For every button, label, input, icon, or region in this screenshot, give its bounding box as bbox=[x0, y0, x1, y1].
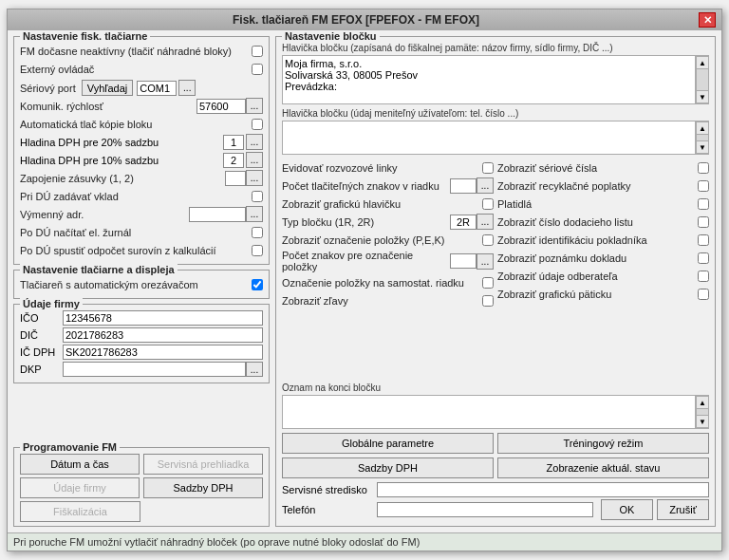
hlavicka-user-textarea[interactable] bbox=[282, 121, 696, 155]
typ-blocku-dots[interactable]: ... bbox=[477, 214, 494, 230]
seriovy-port-row: Sériový port Vyhľadaj ... bbox=[20, 80, 263, 96]
dkp-input[interactable] bbox=[63, 362, 246, 377]
graficka-paticka-label: Zobraziť grafickú päticku bbox=[497, 289, 698, 300]
scroll-up2-icon[interactable]: ▲ bbox=[696, 121, 709, 135]
poznamka-checkbox[interactable] bbox=[698, 252, 709, 264]
tlaciarane-checkbox[interactable] bbox=[252, 279, 263, 290]
ic-dph-input[interactable] bbox=[63, 345, 263, 360]
hladina-10-input[interactable] bbox=[223, 153, 244, 168]
zobrazit-oznacenie-checkbox[interactable] bbox=[482, 234, 494, 246]
udaje-odberatela-row: Zobraziť údaje odberateľa bbox=[497, 268, 709, 284]
komunik-dots-button[interactable]: ... bbox=[246, 98, 263, 114]
pocet-znakov-input[interactable] bbox=[450, 178, 477, 194]
platidla-checkbox[interactable] bbox=[698, 198, 709, 210]
com-dots-button[interactable]: ... bbox=[178, 80, 196, 96]
titlebar: Fisk. tlačiareň FM EFOX [FPEFOX - FM EFO… bbox=[8, 9, 721, 30]
com-input[interactable] bbox=[137, 81, 177, 96]
hladina-10-dots[interactable]: ... bbox=[246, 152, 263, 168]
dic-input[interactable] bbox=[63, 327, 263, 343]
datum-button[interactable]: Dátum a čas bbox=[20, 454, 140, 475]
dic-row: DIČ bbox=[20, 327, 263, 343]
po-du-spustit-checkbox[interactable] bbox=[252, 245, 263, 256]
evidovat-label: Evidovať rozvozové linky bbox=[282, 162, 482, 174]
fm-dacasne-checkbox[interactable] bbox=[252, 46, 263, 57]
evidovat-row: Evidovať rozvozové linky bbox=[282, 159, 494, 176]
oznam-scrollbar[interactable]: ▲ ▼ bbox=[696, 395, 709, 429]
options-left-col: Evidovať rozvozové linky Počet tlačiteľn… bbox=[282, 159, 494, 380]
pocet-znakov-polo-dots[interactable]: ... bbox=[477, 253, 494, 270]
vyhladaj-button[interactable]: Vyhľadaj bbox=[82, 80, 134, 96]
oznam-textarea[interactable] bbox=[282, 395, 696, 429]
oznacenie-riadku-checkbox[interactable] bbox=[482, 277, 494, 289]
auto-tlac-label: Automatická tlač kópie bloku bbox=[20, 119, 152, 130]
hladina-10-row: Hladina DPH pre 10% sadzbu ... bbox=[20, 152, 263, 168]
identifikacia-checkbox[interactable] bbox=[698, 234, 709, 246]
graficka-paticka-checkbox[interactable] bbox=[698, 289, 709, 300]
telefon-label: Telefón bbox=[282, 504, 377, 515]
hladina-20-label: Hladina DPH pre 20% sadzbu bbox=[20, 137, 223, 148]
pocet-znakov-dots[interactable]: ... bbox=[477, 177, 494, 194]
tlaciarane-displeja-group: Nastavenie tlačiarne a displeja Tlačiare… bbox=[13, 270, 270, 299]
evidovat-checkbox[interactable] bbox=[482, 162, 494, 174]
cislo-dodacieho-checkbox[interactable] bbox=[698, 216, 709, 228]
komunik-label: Komunik. rýchlosť bbox=[20, 101, 103, 112]
telefon-row: Telefón OK Zrušiť bbox=[282, 499, 709, 520]
hlavicka-fm-label: Hlavička bločku (zapísaná do fiškalnej p… bbox=[282, 43, 709, 53]
treningovy-button[interactable]: Tréningový režim bbox=[497, 433, 709, 454]
pri-du-checkbox[interactable] bbox=[252, 191, 263, 202]
hlavicka-fm-scrollbar[interactable]: ▲ ▼ bbox=[696, 55, 709, 104]
hlavicka-fm-textarea[interactable]: Moja firma, s.r.o. Solivarská 33, 08005 … bbox=[282, 55, 696, 104]
servisne-stredisko-input[interactable] bbox=[377, 482, 709, 497]
komunik-row: Komunik. rýchlosť ... bbox=[20, 98, 263, 114]
dkp-dots[interactable]: ... bbox=[246, 362, 263, 377]
zobrazenie-button[interactable]: Zobrazenie aktuál. stavu bbox=[497, 457, 709, 478]
ico-input[interactable] bbox=[63, 310, 263, 326]
zapojenie-row: Zapojenie zásuvky (1, 2) ... bbox=[20, 170, 263, 186]
komunik-input[interactable] bbox=[196, 99, 246, 114]
programovanie-title: Programovanie FM bbox=[20, 441, 120, 453]
scroll-down2-icon[interactable]: ▼ bbox=[696, 140, 709, 154]
zobrazit-zlavy-checkbox[interactable] bbox=[482, 295, 494, 307]
bottom-bar: Pri poruche FM umožní vytlačiť náhradný … bbox=[8, 532, 721, 551]
servisna-button: Servisná prehliadka bbox=[143, 454, 263, 475]
servisne-stredisko-label: Servisné stredisko bbox=[282, 484, 377, 495]
zrusit-button[interactable]: Zrušiť bbox=[657, 499, 709, 520]
pri-du-row: Pri DÚ zadávať vklad bbox=[20, 188, 263, 204]
zobrazit-graficku-label: Zobraziť grafickú hlavičku bbox=[282, 198, 482, 210]
fiskalizacia-button: Fiškalizácia bbox=[20, 501, 140, 522]
hlavicka-user-scrollbar[interactable]: ▲ ▼ bbox=[696, 121, 709, 155]
zapojenie-input[interactable] bbox=[225, 171, 246, 186]
auto-tlac-checkbox[interactable] bbox=[252, 119, 263, 130]
typ-blocku-label: Typ bločku (1R, 2R) bbox=[282, 216, 450, 228]
pocet-znakov-polo-input[interactable] bbox=[450, 253, 477, 269]
close-button[interactable]: ✕ bbox=[699, 12, 716, 28]
seriove-checkbox[interactable] bbox=[698, 162, 709, 174]
externy-checkbox[interactable] bbox=[252, 64, 263, 75]
typ-blocku-input[interactable] bbox=[450, 215, 477, 230]
scroll-down-icon[interactable]: ▼ bbox=[696, 90, 709, 103]
sadzby-dph-right-button[interactable]: Sadzby DPH bbox=[282, 457, 494, 478]
zapojenie-label: Zapojenie zásuvky (1, 2) bbox=[20, 173, 134, 184]
zapojenie-dots[interactable]: ... bbox=[246, 170, 263, 186]
hladina-20-dots[interactable]: ... bbox=[246, 134, 263, 150]
right-panel: Nastavenie bločku Hlavička bločku (zapís… bbox=[275, 36, 716, 527]
hladina-20-input[interactable] bbox=[223, 135, 244, 150]
po-du-nacitat-checkbox[interactable] bbox=[252, 227, 263, 238]
scroll-down3-icon[interactable]: ▼ bbox=[696, 415, 709, 428]
hlavicka-user-label: Hlavička bločku (údaj meniteľný užívateľ… bbox=[282, 108, 709, 119]
telefon-input[interactable] bbox=[377, 502, 593, 517]
scroll-up3-icon[interactable]: ▲ bbox=[696, 396, 709, 409]
ok-button[interactable]: OK bbox=[601, 499, 653, 520]
window-title: Fisk. tlačiareň FM EFOX [FPEFOX - FM EFO… bbox=[13, 13, 699, 27]
ic-dph-label: IČ DPH bbox=[20, 346, 63, 358]
scroll-up-icon[interactable]: ▲ bbox=[696, 56, 709, 69]
vymenný-input[interactable] bbox=[189, 207, 246, 222]
udaje-firmy-group: Údaje firmy IČO DIČ IČ DPH DKP ... bbox=[13, 304, 270, 383]
ico-row: IČO bbox=[20, 310, 263, 326]
recyklacne-checkbox[interactable] bbox=[698, 180, 709, 192]
sadzby-dph-left-button[interactable]: Sadzby DPH bbox=[143, 477, 263, 498]
udaje-odberatela-checkbox[interactable] bbox=[698, 271, 709, 282]
globalne-button[interactable]: Globálne parametre bbox=[282, 433, 494, 454]
vymenný-dots[interactable]: ... bbox=[246, 206, 263, 222]
zobrazit-graficku-checkbox[interactable] bbox=[482, 198, 494, 210]
